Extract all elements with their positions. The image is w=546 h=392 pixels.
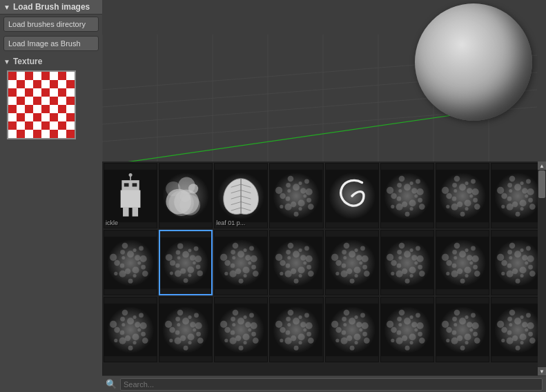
svg-point-105 <box>454 189 457 193</box>
brush-cell[interactable] <box>491 297 545 362</box>
svg-point-332 <box>139 322 146 329</box>
brush-cell[interactable] <box>325 163 379 228</box>
svg-point-218 <box>293 251 300 257</box>
svg-point-299 <box>501 271 505 275</box>
brush-cell[interactable] <box>269 230 323 295</box>
svg-point-186 <box>239 278 244 283</box>
svg-rect-16 <box>124 183 129 186</box>
brush-cell[interactable] <box>380 163 434 228</box>
svg-point-133 <box>522 188 527 193</box>
scroll-up-arrow[interactable]: ▲ <box>538 161 546 170</box>
texture-header[interactable]: ▼ Texture <box>3 57 99 66</box>
svg-point-410 <box>341 330 346 335</box>
brush-images-header[interactable]: ▼ Load Brush images <box>0 0 102 14</box>
svg-point-97 <box>465 206 468 210</box>
brush-cell[interactable] <box>325 297 379 362</box>
svg-point-418 <box>360 313 365 317</box>
brush-cell[interactable]: ickle <box>104 163 157 228</box>
svg-point-139 <box>142 271 148 276</box>
svg-point-386 <box>285 337 292 344</box>
svg-point-184 <box>243 266 250 273</box>
svg-point-321 <box>114 338 117 342</box>
svg-point-327 <box>122 309 128 315</box>
svg-point-367 <box>225 326 231 332</box>
svg-point-216 <box>286 249 291 254</box>
svg-point-482 <box>514 317 521 324</box>
svg-point-324 <box>110 320 117 327</box>
brush-cell[interactable] <box>214 230 268 295</box>
svg-point-308 <box>526 246 531 251</box>
svg-point-281 <box>454 256 457 259</box>
svg-point-141 <box>133 273 137 277</box>
svg-point-214 <box>275 253 282 260</box>
search-input[interactable] <box>120 378 543 391</box>
svg-point-112 <box>471 188 478 195</box>
svg-point-471 <box>520 340 523 344</box>
svg-point-71 <box>414 194 418 197</box>
brush-cell[interactable] <box>269 163 323 228</box>
svg-point-229 <box>354 273 358 277</box>
svg-point-368 <box>220 320 227 327</box>
svg-point-103 <box>446 193 451 198</box>
brush-cell[interactable] <box>269 297 323 362</box>
vertical-scrollbar[interactable]: ▲ ▼ <box>538 161 546 375</box>
brush-cell[interactable] <box>491 163 545 228</box>
svg-point-183 <box>253 271 258 276</box>
brush-cell[interactable]: leaf 01 p... <box>214 163 268 228</box>
svg-point-411 <box>335 326 341 332</box>
brush-cell[interactable] <box>104 230 157 295</box>
svg-point-142 <box>128 278 133 283</box>
svg-point-375 <box>245 322 251 327</box>
load-brushes-dir-button[interactable]: Load brushes directory <box>3 17 99 32</box>
svg-point-277 <box>446 271 449 275</box>
brush-cell[interactable] <box>159 230 213 295</box>
svg-point-266 <box>416 255 423 262</box>
svg-point-78 <box>396 203 402 210</box>
brush-cell[interactable] <box>104 297 157 362</box>
brush-cell[interactable] <box>436 230 489 295</box>
svg-point-66 <box>306 188 313 195</box>
brush-cell[interactable] <box>214 297 268 362</box>
svg-point-162 <box>188 266 195 273</box>
brush-cell[interactable] <box>325 230 379 295</box>
svg-point-316 <box>132 333 139 340</box>
svg-point-145 <box>114 271 117 275</box>
svg-point-388 <box>286 330 291 335</box>
scroll-track[interactable] <box>538 170 546 367</box>
brush-cell[interactable] <box>159 163 213 228</box>
load-image-as-brush-button[interactable]: Load Image as Brush <box>3 36 99 51</box>
brush-cell[interactable] <box>436 163 489 228</box>
svg-point-221 <box>300 255 306 260</box>
svg-point-240 <box>348 251 355 257</box>
svg-point-322 <box>120 330 125 335</box>
svg-point-468 <box>528 331 533 336</box>
svg-point-170 <box>166 254 173 261</box>
svg-point-314 <box>141 331 146 336</box>
3d-viewport[interactable] <box>102 0 546 161</box>
scroll-down-arrow[interactable]: ▼ <box>538 367 546 375</box>
svg-point-166 <box>175 270 182 277</box>
svg-point-383 <box>299 340 302 344</box>
svg-point-304 <box>507 249 512 254</box>
svg-point-379 <box>304 328 307 331</box>
brush-cell[interactable] <box>380 230 434 295</box>
svg-point-87 <box>409 181 413 184</box>
svg-point-413 <box>343 323 347 326</box>
svg-point-95 <box>474 204 480 209</box>
svg-point-456 <box>442 320 449 327</box>
brush-cell[interactable] <box>491 230 545 295</box>
texture-thumbnail[interactable] <box>7 70 76 139</box>
scroll-thumb[interactable] <box>538 170 545 198</box>
svg-point-360 <box>243 333 250 340</box>
svg-point-128 <box>507 182 512 187</box>
svg-point-313 <box>137 328 141 331</box>
svg-point-206 <box>298 266 305 273</box>
svg-point-76 <box>404 211 409 216</box>
svg-point-239 <box>343 242 349 248</box>
brush-cell[interactable] <box>436 297 489 362</box>
svg-point-376 <box>251 322 257 329</box>
brush-cell[interactable] <box>380 297 434 362</box>
brush-cell[interactable] <box>159 297 213 362</box>
svg-point-176 <box>194 246 199 251</box>
svg-point-358 <box>251 331 256 336</box>
